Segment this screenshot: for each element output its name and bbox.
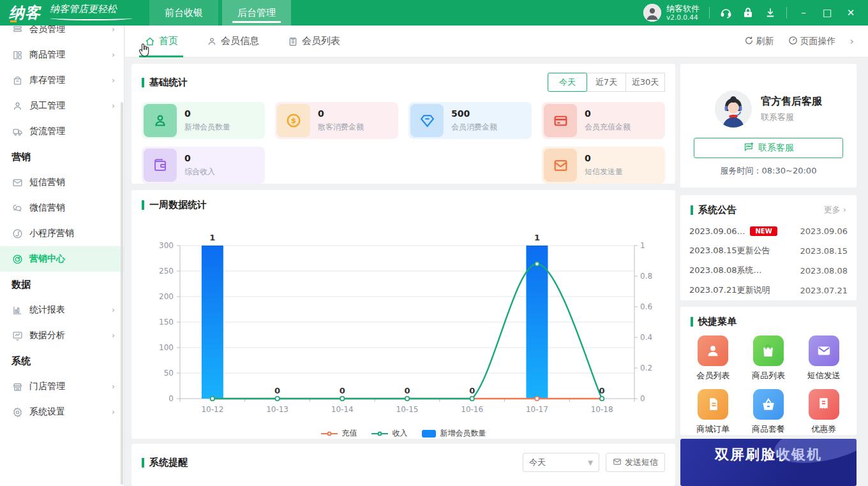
chart-container: 05010015020025030000.20.40.60.8110-1210-… [131, 216, 675, 427]
sidebar-item-label: 数据分析 [29, 330, 65, 341]
sidebar-scrollbar[interactable] [121, 102, 123, 485]
quick-coupons[interactable]: 优惠券 [796, 389, 851, 435]
sidebar-item-system-settings[interactable]: 系统设置 › [0, 399, 124, 425]
order-doc-icon [698, 389, 728, 420]
sidebar-item-goods-mgmt[interactable]: 商品管理 › [0, 42, 124, 68]
accent-bar [142, 78, 144, 87]
close-button[interactable]: ✕ [844, 6, 858, 20]
sidebar-menu: 会员管理 › 商品管理 › 库存管理 › 员工管理 › 货流管理 [0, 26, 124, 425]
svg-text:$: $ [291, 116, 296, 125]
quick-member-list[interactable]: 会员列表 [685, 335, 741, 381]
sidebar-item-data-analysis[interactable]: 数据分析 › [0, 323, 124, 348]
download-icon[interactable] [764, 6, 777, 19]
range-7days-button[interactable]: 近7天 [587, 73, 626, 92]
envelope-icon [809, 335, 839, 366]
page-operations-button[interactable]: 页面操作 [788, 36, 836, 47]
support-headset-icon[interactable] [719, 6, 732, 19]
sidebar-item-label: 小程序营销 [29, 228, 74, 239]
app-logo: 纳客 [9, 3, 41, 23]
legend-item-bar[interactable]: 新增会员数量 [422, 428, 486, 439]
nav-front-cashier[interactable]: 前台收银 [149, 0, 218, 26]
sidebar-section-system: 系统 [0, 348, 124, 374]
quick-goods-combo[interactable]: 商品套餐 [741, 389, 797, 435]
sidebar-item-store-mgmt[interactable]: 门店管理 › [0, 374, 124, 399]
service-subtitle: 联系客服 [761, 112, 822, 123]
quick-item-label: 优惠券 [796, 423, 851, 435]
sidebar-item-label: 微信营销 [29, 202, 65, 214]
shopping-bag-icon [753, 335, 784, 366]
range-30days-button[interactable]: 近30天 [625, 73, 665, 92]
svg-text:10-14: 10-14 [331, 405, 354, 414]
sidebar-section-data: 数据 [0, 272, 124, 297]
sms-marketing-icon [11, 177, 23, 188]
page-operations-icon [788, 36, 798, 47]
announcement-date: 2023.08.15 [800, 246, 848, 256]
goods-mgmt-icon [11, 49, 23, 61]
ad-banner[interactable]: 双屏刷脸收银机 [680, 439, 857, 486]
tab-bar: 首页 会员信息 会员列表 刷新 页面操作 › [125, 26, 868, 57]
basket-icon [753, 389, 784, 420]
nav-back-admin[interactable]: 后台管理 [222, 0, 291, 26]
quick-menu-header: 快捷菜单 [680, 307, 857, 333]
sidebar-item-marketing-center[interactable]: 营销中心 [0, 246, 124, 272]
quick-mall-orders[interactable]: 商城订单 [685, 389, 741, 435]
announcement-date: 2023.09.06 [800, 226, 848, 236]
sidebar-item-staff-mgmt[interactable]: 员工管理 › [0, 93, 124, 119]
chevron-right-icon: › [112, 331, 115, 340]
refresh-icon [744, 36, 754, 47]
new-members-icon [144, 104, 177, 137]
user-info[interactable]: 纳客软件 v2.0.0.44 [643, 4, 700, 22]
tabbar-actions: 刷新 页面操作 › [744, 35, 854, 47]
announcement-row[interactable]: 2023.08.15更新公告 2023.08.15 [680, 241, 857, 261]
announcement-row[interactable]: 2023.07.21更新说明 2023.07.21 [680, 281, 857, 300]
refresh-label: 刷新 [756, 36, 774, 47]
announcements-more-link[interactable]: 更多 › [824, 204, 846, 216]
range-today-button[interactable]: 今天 [548, 73, 587, 92]
svg-text:0: 0 [274, 386, 280, 395]
stat-card-member-recharge: 0会员充值金额 [542, 102, 665, 139]
maximize-button[interactable]: □ [820, 6, 834, 20]
legend-item-line[interactable]: 充值 [321, 428, 357, 439]
mail-icon [544, 149, 577, 182]
chevron-right-icon: › [112, 382, 115, 391]
tab-home[interactable]: 首页 [144, 26, 178, 57]
sidebar-item-stat-reports[interactable]: 统计报表 › [0, 297, 124, 323]
svg-text:100: 100 [159, 343, 174, 352]
quick-goods-list[interactable]: 商品列表 [741, 335, 797, 381]
sms-envelope-icon [613, 457, 622, 468]
sidebar-item-wechat-marketing[interactable]: 微信营销 [0, 195, 124, 221]
member-info-icon [206, 36, 217, 47]
tabbar-expand-chevron[interactable]: › [850, 35, 854, 47]
sidebar-item-sms-marketing[interactable]: 短信营销 [0, 170, 124, 195]
contact-service-button[interactable]: 联系客服 [694, 138, 843, 158]
lock-icon[interactable] [742, 6, 754, 19]
refresh-button[interactable]: 刷新 [744, 36, 774, 47]
announcement-row[interactable]: 2023.09.06… NEW 2023.09.06 [680, 221, 857, 241]
staff-mgmt-icon [11, 100, 23, 112]
sidebar-item-stock-mgmt[interactable]: 库存管理 › [0, 68, 124, 93]
home-icon [144, 36, 155, 47]
announcements-header: 系统公告 更多 › [680, 195, 857, 221]
accent-bar [691, 205, 693, 215]
legend-item-line[interactable]: 收入 [371, 428, 408, 439]
accent-bar [691, 317, 693, 327]
service-name: 官方售后客服 [761, 95, 822, 108]
announcement-row[interactable]: 2023.08.08系统… 2023.08.08 [680, 261, 857, 281]
send-sms-button[interactable]: 发送短信 [606, 453, 665, 472]
sidebar-item-logistics-mgmt[interactable]: 货流管理 [0, 119, 124, 144]
svg-text:0: 0 [404, 386, 410, 395]
tab-member-info[interactable]: 会员信息 [206, 26, 259, 57]
reminder-range-select[interactable]: 今天 ▼ [523, 453, 599, 472]
quick-item-label: 短信发送 [796, 370, 851, 381]
stat-value: 0 [184, 153, 215, 163]
chevron-right-icon: › [112, 26, 115, 34]
stat-card-total-income: 0综合收入 [142, 147, 265, 184]
sidebar-item-label: 营销中心 [29, 253, 65, 265]
stat-card-sms-sent: 0短信发送量 [542, 147, 665, 184]
basic-stats-panel: 基础统计 今天 近7天 近30天 0新增会员数量 $ 0散客消费金额 [131, 64, 675, 184]
minimize-button[interactable]: – [797, 6, 811, 20]
sidebar-item-member-mgmt[interactable]: 会员管理 › [0, 26, 124, 42]
tab-member-list[interactable]: 会员列表 [287, 26, 340, 57]
sidebar-item-miniapp-marketing[interactable]: 小程序营销 [0, 221, 124, 246]
quick-sms-send[interactable]: 短信发送 [796, 335, 851, 381]
